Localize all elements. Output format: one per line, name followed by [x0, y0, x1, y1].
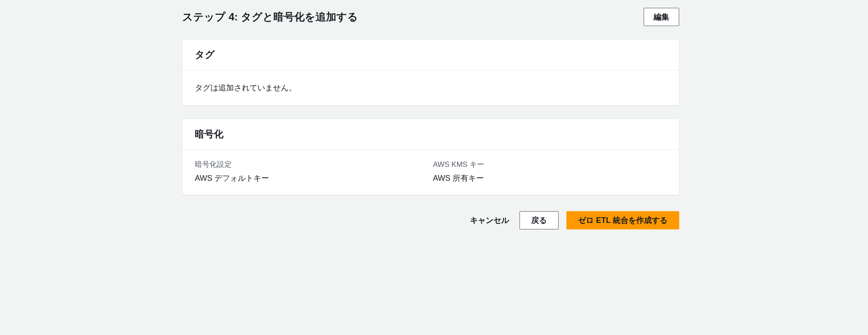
tags-empty-text: タグは追加されていません。 [195, 83, 296, 92]
encryption-setting-field: 暗号化設定 AWS デフォルトキー [195, 159, 429, 183]
create-integration-button[interactable]: ゼロ ETL 統合を作成する [566, 211, 679, 229]
cancel-button[interactable]: キャンセル [467, 211, 512, 230]
encryption-setting-label: 暗号化設定 [195, 159, 429, 169]
encryption-panel: 暗号化 暗号化設定 AWS デフォルトキー AWS KMS キー AWS 所有キ… [182, 119, 679, 195]
main-content: ステップ 4: タグと暗号化を追加する 編集 タグ タグは追加されていません。 … [182, 0, 679, 230]
step-header: ステップ 4: タグと暗号化を追加する 編集 [182, 8, 679, 26]
step-title: ステップ 4: タグと暗号化を追加する [182, 10, 358, 24]
encryption-panel-body: 暗号化設定 AWS デフォルトキー AWS KMS キー AWS 所有キー [183, 150, 679, 195]
footer-actions: キャンセル 戻る ゼロ ETL 統合を作成する [182, 211, 679, 230]
kms-key-field: AWS KMS キー AWS 所有キー [433, 159, 667, 183]
encryption-panel-header: 暗号化 [183, 119, 679, 150]
back-button[interactable]: 戻る [519, 211, 559, 229]
tags-panel-body: タグは追加されていません。 [183, 70, 679, 105]
edit-button[interactable]: 編集 [644, 8, 679, 26]
kms-key-label: AWS KMS キー [433, 159, 667, 169]
kms-key-value: AWS 所有キー [433, 173, 667, 183]
encryption-setting-value: AWS デフォルトキー [195, 173, 429, 183]
tags-panel-header: タグ [183, 40, 679, 70]
tags-panel: タグ タグは追加されていません。 [182, 39, 679, 106]
tags-panel-title: タグ [195, 48, 667, 61]
encryption-panel-title: 暗号化 [195, 128, 667, 141]
